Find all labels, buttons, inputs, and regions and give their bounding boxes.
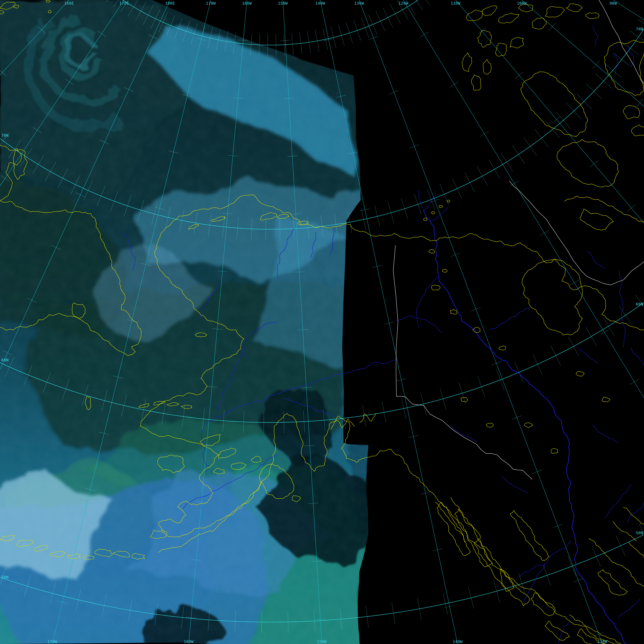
parallel-tick — [410, 0, 423, 10]
longitude-label: 170E — [119, 1, 129, 6]
river-bc-river-1 — [605, 484, 631, 518]
island-or-lake-outline — [473, 327, 480, 333]
river-peel — [416, 277, 437, 327]
coastline-victoria-island-ne — [604, 40, 644, 96]
island-or-lake-outline — [431, 211, 435, 214]
longitude-label: 130W — [354, 1, 364, 6]
longitude-label: 160E — [64, 1, 74, 6]
longitude-label: 170W — [47, 639, 57, 644]
image-grain — [0, 0, 368, 644]
coastline-panhandle-island-2 — [455, 509, 492, 567]
coastline-panhandle-island-5 — [531, 593, 555, 616]
longitude-label: 170W — [206, 1, 216, 6]
coastline-panhandle-island-1 — [437, 503, 470, 556]
coastline-victoria-island-west — [557, 139, 618, 187]
island-or-lake-outline — [442, 269, 447, 272]
river-victoria-river-1 — [613, 54, 618, 75]
river-great-bear-outlet — [619, 270, 625, 348]
island-or-lake-outline — [471, 75, 481, 91]
longitude-label: 140W — [315, 1, 325, 6]
island-or-lake-outline — [498, 13, 519, 23]
coastline-great-bear-lake — [522, 259, 582, 335]
coastline-bc-inlet-2 — [613, 522, 636, 541]
latitude-label: 50N — [1, 575, 9, 579]
river-victoria-river-3 — [592, 26, 598, 46]
island-or-lake-outline — [429, 249, 435, 253]
coastline-bc-inlet-1 — [623, 507, 644, 524]
river-bc-river-3 — [618, 599, 640, 618]
island-or-lake-outline — [545, 6, 565, 17]
map-canvas: 150E160E170E180E170W160W150W140W130W120W… — [0, 0, 644, 644]
coastline-haida-gwaii — [510, 510, 549, 561]
latitude-label: 50N — [636, 531, 643, 535]
border-nwt-nunavut — [599, 0, 644, 84]
river-mackenzie-delta-2 — [424, 191, 435, 211]
island-or-lake-outline — [586, 13, 599, 19]
longitude-label: 180E — [165, 1, 175, 6]
longitude-label: 110W — [451, 1, 460, 6]
river-bc-river-4 — [559, 622, 569, 644]
longitude-label: 90W — [609, 1, 617, 6]
island-or-lake-outline — [532, 18, 546, 29]
longitude-label: 100W — [517, 1, 527, 6]
satellite-map-view: 150E160E170E180E170W160W150W140W130W120W… — [0, 0, 644, 644]
meridian-130W — [359, 0, 602, 644]
longitude-label: 120W — [398, 1, 408, 6]
borders-layer — [393, 0, 644, 479]
island-or-lake-outline — [631, 125, 644, 136]
meridian-90W — [613, 0, 644, 20]
coastline-bc-mainland-south — [570, 615, 621, 644]
coastline-panhandle-mainland — [412, 474, 618, 644]
river-liard-branch — [519, 564, 545, 577]
island-or-lake-outline — [566, 4, 582, 12]
border-alaska-yukon-141w — [393, 245, 398, 396]
longitude-label: 160W — [184, 639, 194, 644]
island-or-lake-outline — [602, 397, 610, 402]
river-nwt-river-2 — [631, 348, 644, 366]
island-or-lake-outline — [499, 346, 506, 350]
river-great-bear-river — [489, 307, 531, 330]
island-or-lake-outline — [524, 423, 533, 428]
river-nwt-river-6 — [502, 477, 528, 493]
island-or-lake-outline — [439, 205, 443, 208]
coastline-panhandle-fjord-1 — [435, 502, 465, 542]
coastline-bc-coast — [589, 539, 644, 586]
island-or-lake-outline — [431, 285, 440, 290]
longitude-label: 140W — [453, 639, 463, 644]
longitude-label: 150E — [0, 1, 1, 6]
island-or-lake-outline — [423, 218, 427, 221]
coastline-dolphin-union-shore — [580, 209, 613, 230]
meridian-100W — [522, 0, 644, 106]
river-nwt-river-4 — [577, 348, 598, 363]
longitude-label: 130W — [598, 639, 607, 644]
river-nwt-river-3 — [592, 425, 618, 443]
river-nwt-river-5 — [451, 425, 477, 442]
longitude-label: 150W — [317, 639, 327, 644]
satellite-swath-imagery — [0, 0, 453, 644]
coastline-banks-island — [521, 72, 588, 137]
island-or-lake-outline — [551, 449, 558, 454]
coastline-panhandle-island-6 — [545, 621, 570, 640]
island-or-lake-outline — [482, 6, 497, 16]
island-or-lake-outline — [623, 105, 640, 119]
meridian-110W — [456, 0, 644, 223]
latitude-label: 70N — [1, 133, 9, 138]
coastline-panhandle-island-3 — [474, 539, 514, 591]
latitude-label: 60N — [1, 358, 9, 362]
latitude-label: 70N — [636, 27, 643, 31]
river-nwt-river-1 — [587, 251, 605, 268]
river-liard — [523, 541, 571, 608]
latitude-label: 60N — [636, 302, 643, 306]
island-or-lake-outline — [462, 53, 472, 71]
coastline-panhandle-island-4 — [500, 570, 530, 606]
island-or-lake-outline — [486, 423, 493, 427]
coastline-bc-inlet-3 — [629, 542, 644, 558]
island-or-lake-outline — [510, 37, 524, 48]
river-porcupine — [396, 316, 442, 333]
longitude-label: 160W — [242, 1, 252, 6]
island-or-lake-outline — [495, 43, 507, 56]
border-yukon-nwt — [509, 181, 644, 285]
border-alaska-bc — [396, 396, 532, 479]
island-or-lake-outline — [450, 309, 457, 314]
island-or-lake-outline — [576, 371, 584, 376]
